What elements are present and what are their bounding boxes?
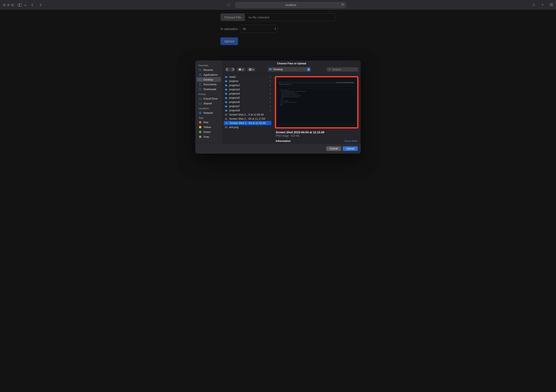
location-dropdown[interactable]: Desktop	[268, 67, 311, 72]
sidebar-toggle-icon[interactable]	[18, 4, 22, 7]
zoom-window-icon[interactable]	[11, 4, 14, 6]
sidebar-item-red[interactable]: Red	[196, 120, 221, 125]
image-file-icon	[224, 118, 228, 120]
nav-back-button[interactable]	[225, 67, 230, 72]
sidebar-section-label: Favorites	[196, 63, 221, 68]
dialog-main: Choose Files to Upload	[223, 60, 361, 143]
svg-rect-6	[199, 78, 201, 80]
doc-icon	[199, 83, 202, 86]
sidebar-item-green[interactable]: Green	[196, 130, 221, 134]
forward-button[interactable]	[39, 3, 41, 6]
svg-rect-1	[552, 3, 553, 4]
dialog-footer: Cancel Upload	[195, 143, 361, 154]
folder-icon	[224, 93, 228, 95]
folder-row[interactable]: projects4	[223, 92, 273, 96]
folder-icon	[224, 109, 228, 112]
sidebar-item-icloud-drive[interactable]: iCloud Drive	[196, 96, 221, 101]
sidebar-item-downloads[interactable]: Downloads	[196, 87, 221, 92]
preview-thumbnail: ⎔Pull requests Issues Codespaces Marketp…	[275, 76, 358, 128]
grid-icon	[249, 68, 252, 71]
folder-row[interactable]: med2	[223, 75, 273, 79]
sidebar-item-recents[interactable]: Recents	[196, 68, 221, 72]
chevron-right-icon	[231, 68, 234, 71]
new-tab-icon[interactable]	[541, 3, 544, 7]
chevron-right-icon	[269, 76, 271, 78]
sidebar-item-label: Red	[203, 121, 208, 124]
upload-confirm-button[interactable]: Upload	[343, 146, 358, 151]
tag-dot-icon	[199, 121, 202, 124]
chevron-down-icon	[242, 69, 244, 70]
url-text: localhost	[285, 3, 296, 7]
file-row[interactable]: Screen Shot 2…04 at 11.17.54	[223, 117, 273, 121]
reload-icon[interactable]	[341, 3, 344, 7]
folder-row[interactable]: projects3	[223, 87, 273, 92]
preview-meta: PNG image - 415 KB	[273, 134, 361, 137]
folder-row[interactable]: projects5	[223, 96, 273, 100]
file-name-label: projects4	[229, 92, 268, 95]
chevron-right-icon	[269, 105, 271, 107]
share-icon[interactable]	[532, 3, 535, 7]
svg-rect-2	[550, 5, 551, 6]
cancel-button[interactable]: Cancel	[326, 146, 341, 151]
chevron-right-icon	[269, 93, 271, 94]
sidebar-item-grey[interactable]: Grey	[196, 134, 221, 139]
svg-rect-9	[239, 69, 240, 71]
sidebar-item-label: Recents	[203, 69, 213, 71]
sidebar-item-yellow[interactable]: Yellow	[196, 125, 221, 130]
back-button[interactable]	[31, 3, 34, 6]
shared-icon	[199, 102, 202, 105]
folder-row[interactable]: projects8	[223, 108, 273, 113]
desktop-icon	[199, 78, 202, 81]
folder-row[interactable]: projects7	[223, 104, 273, 108]
privacy-shield-icon[interactable]	[227, 3, 230, 7]
sidebar-item-documents[interactable]: Documents	[196, 82, 221, 87]
folder-icon	[224, 84, 228, 87]
nav-forward-button[interactable]	[230, 67, 235, 72]
dialog-title: Choose Files to Upload	[223, 60, 361, 66]
sidebar-item-network[interactable]: Network	[196, 110, 221, 115]
folder-icon	[224, 80, 228, 83]
folder-row[interactable]: projects	[223, 79, 273, 83]
file-row[interactable]: Screen Shot 2…3 at 12.59.40	[223, 113, 273, 117]
page-content: Choose File no file selected % saturatio…	[0, 10, 556, 392]
file-name-label: projects7	[229, 105, 268, 108]
sidebar-item-label: Network	[203, 111, 213, 114]
svg-rect-14	[249, 70, 250, 71]
sidebar-item-desktop[interactable]: Desktop	[196, 77, 221, 82]
folder-icon	[224, 105, 228, 108]
tab-overview-icon[interactable]	[550, 3, 553, 7]
file-row[interactable]: test.png	[223, 125, 273, 129]
download-icon	[199, 88, 202, 91]
show-more-link[interactable]: Show More	[344, 140, 358, 142]
chevron-down-icon[interactable]	[24, 4, 26, 6]
file-name-label: projects6	[229, 101, 268, 103]
sidebar-section-label: Locations	[196, 106, 221, 110]
globe-icon	[199, 111, 202, 114]
minimize-window-icon[interactable]	[7, 4, 10, 6]
group-by-button[interactable]	[247, 67, 255, 72]
chevron-right-icon	[269, 110, 271, 111]
file-name-label: projects3	[229, 88, 268, 91]
file-name-label: projects	[229, 80, 268, 83]
dialog-sidebar: FavoritesRecentsApplicationsDesktopDocum…	[195, 60, 223, 143]
close-window-icon[interactable]	[3, 4, 5, 6]
sidebar-item-applications[interactable]: Applications	[196, 72, 221, 77]
folder-icon	[269, 68, 272, 71]
svg-rect-15	[251, 70, 251, 71]
file-name-label: med2	[229, 75, 268, 78]
address-bar[interactable]: localhost	[235, 2, 346, 8]
search-input[interactable]: Search	[327, 67, 358, 72]
svg-rect-11	[240, 69, 241, 71]
image-file-icon	[224, 126, 228, 129]
svg-rect-13	[251, 68, 251, 69]
file-list-column: med2projectsprojects2projects3projects4p…	[223, 74, 273, 143]
sidebar-item-shared[interactable]: Shared	[196, 101, 221, 106]
folder-row[interactable]: projects6	[223, 100, 273, 104]
file-name-label: test.png	[229, 126, 270, 129]
file-row[interactable]: Screen Shot 2…04 at 12.10.49	[224, 121, 271, 125]
sidebar-section-label: iCloud	[196, 92, 221, 96]
folder-row[interactable]: projects2	[223, 83, 273, 87]
preview-thumbnail-content: ⎔Pull requests Issues Codespaces Marketp…	[279, 81, 355, 123]
chevron-right-icon	[269, 85, 271, 86]
view-columns-button[interactable]	[237, 67, 245, 72]
